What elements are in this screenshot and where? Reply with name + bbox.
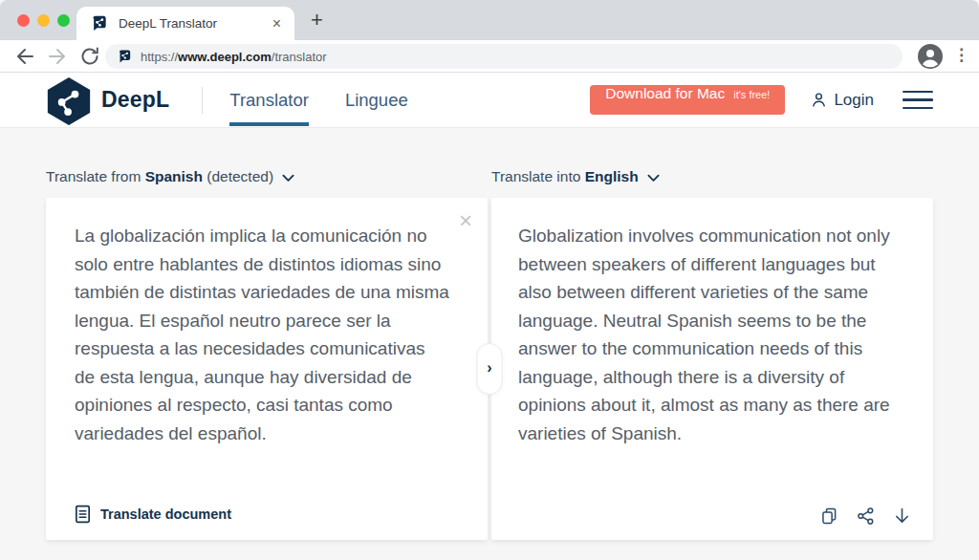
- target-actions: [819, 506, 912, 527]
- minimize-window-button[interactable]: [37, 14, 50, 27]
- source-language-label: Translate from Spanish (detected): [46, 168, 273, 185]
- browser-toolbar: https://www.deepl.com/translator ⋮: [0, 40, 979, 73]
- translator-panels: La globalización implica la comunicación…: [46, 198, 933, 540]
- target-language-label: Translate into English: [491, 168, 639, 185]
- arrow-right-icon: ›: [487, 359, 491, 377]
- person-icon: [810, 91, 828, 109]
- source-prefix: Translate from: [46, 168, 141, 184]
- site-favicon: [117, 49, 133, 65]
- browser-window: DeepL Translator × + https://www.deepl.c…: [0, 0, 979, 560]
- target-panel: Globalization involves communication not…: [491, 198, 933, 540]
- download-icon[interactable]: [892, 506, 912, 527]
- brand-name: DeepL: [101, 87, 169, 113]
- chevron-down-icon: [282, 174, 294, 183]
- download-for-mac-button[interactable]: Download for Mac it's free!: [590, 85, 785, 115]
- close-window-button[interactable]: [17, 14, 30, 27]
- source-language-selector[interactable]: Translate from Spanish (detected): [46, 168, 488, 185]
- target-language: English: [585, 168, 639, 184]
- site-header: DeepL Translator Linguee Download for Ma…: [0, 73, 979, 128]
- translate-document-label: Translate document: [100, 506, 231, 522]
- url-host: www.deepl.com: [178, 50, 272, 64]
- url-scheme: https://: [141, 50, 178, 64]
- source-text[interactable]: La globalización implica la comunicación…: [46, 198, 488, 447]
- login-label: Login: [834, 91, 874, 110]
- login-button[interactable]: Login: [810, 91, 874, 110]
- target-language-selector[interactable]: Translate into English: [491, 168, 933, 185]
- document-icon: [75, 505, 91, 524]
- url-text: https://www.deepl.com/translator: [141, 50, 327, 64]
- reload-icon[interactable]: [78, 45, 101, 68]
- tab-translator[interactable]: Translator: [229, 73, 309, 128]
- language-bars: Translate from Spanish (detected) Transl…: [46, 128, 933, 185]
- download-label: Download for Mac: [605, 85, 725, 102]
- forward-icon[interactable]: [46, 45, 69, 68]
- traffic-lights: [17, 14, 70, 27]
- hamburger-menu-icon[interactable]: [903, 91, 933, 110]
- share-icon[interactable]: [856, 506, 876, 527]
- back-icon[interactable]: [13, 45, 36, 68]
- profile-avatar-icon[interactable]: [918, 44, 943, 69]
- tab-linguee[interactable]: Linguee: [345, 73, 408, 128]
- target-prefix: Translate into: [491, 168, 580, 184]
- tab-close-icon[interactable]: ×: [272, 16, 281, 32]
- header-divider: [202, 87, 203, 114]
- copy-icon[interactable]: [819, 506, 839, 527]
- swap-languages-button[interactable]: ›: [477, 343, 503, 395]
- detected-suffix: (detected): [207, 168, 273, 184]
- address-bar[interactable]: https://www.deepl.com/translator: [105, 44, 903, 69]
- chevron-down-icon: [647, 174, 660, 183]
- tab-strip: DeepL Translator × +: [0, 0, 979, 40]
- translate-document-button[interactable]: Translate document: [75, 505, 231, 524]
- clear-text-icon[interactable]: ×: [459, 209, 472, 232]
- zoom-window-button[interactable]: [57, 14, 70, 27]
- source-panel[interactable]: La globalización implica la comunicación…: [46, 198, 488, 540]
- header-actions: Download for Mac it's free! Login: [590, 85, 933, 115]
- browser-tab[interactable]: DeepL Translator ×: [76, 7, 294, 40]
- source-language: Spanish: [145, 168, 203, 184]
- target-text: Globalization involves communication not…: [491, 198, 933, 447]
- url-path: /translator: [272, 50, 327, 64]
- tab-title: DeepL Translator: [119, 16, 272, 31]
- deepl-favicon: [90, 14, 109, 33]
- deepl-logo: [46, 76, 92, 126]
- translator-main: Translate from Spanish (detected) Transl…: [0, 128, 979, 560]
- download-note: it's free!: [733, 89, 770, 100]
- browser-menu-icon[interactable]: ⋮: [953, 45, 969, 65]
- new-tab-button[interactable]: +: [311, 8, 323, 32]
